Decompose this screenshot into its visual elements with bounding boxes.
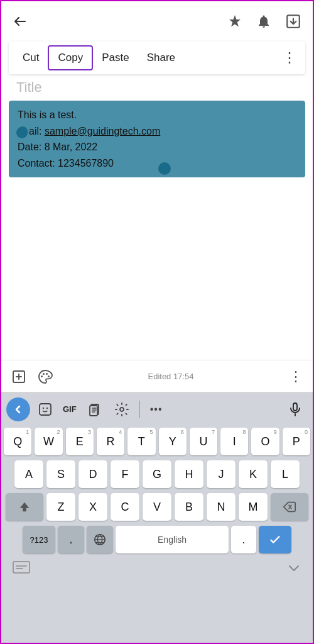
smiley-icon[interactable]	[33, 399, 58, 419]
palette-icon[interactable]	[38, 369, 53, 384]
key-e[interactable]: E3	[66, 428, 94, 455]
top-bar	[1, 1, 313, 42]
key-r[interactable]: R4	[97, 428, 124, 455]
note-line3: Date: 8 Mar, 2022	[18, 139, 296, 155]
note-title-area: Title	[1, 77, 313, 96]
key-w[interactable]: W2	[35, 428, 62, 455]
share-menu-item[interactable]: Share	[138, 47, 184, 69]
key-u[interactable]: U7	[190, 428, 217, 455]
enter-key[interactable]	[259, 526, 291, 553]
back-button[interactable]	[13, 14, 28, 29]
key-b[interactable]: B	[175, 493, 203, 521]
svg-point-4	[46, 373, 48, 375]
more-dots-icon[interactable]: •••	[145, 401, 168, 418]
key-n[interactable]: N	[207, 493, 236, 521]
key-z[interactable]: Z	[46, 493, 75, 521]
backspace-key[interactable]	[271, 493, 308, 521]
key-p[interactable]: P0	[283, 428, 310, 455]
key-m[interactable]: M	[239, 493, 268, 521]
key-j[interactable]: J	[207, 460, 236, 488]
editing-bar: Edited 17:54 ⋮	[1, 360, 313, 392]
keyboard-toolbar: GIF •••	[1, 392, 313, 425]
cut-menu-item[interactable]: Cut	[14, 47, 48, 69]
keyboard-row-bottom: ?123 , English .	[3, 526, 311, 553]
shift-key[interactable]	[6, 493, 43, 521]
svg-rect-10	[90, 406, 97, 416]
note-line4: Contact: 1234567890	[18, 155, 296, 172]
key-y[interactable]: Y6	[159, 428, 187, 455]
selection-handle-right	[158, 162, 171, 175]
svg-point-2	[41, 375, 43, 377]
globe-key[interactable]	[87, 526, 113, 553]
context-menu: Cut Copy Paste Share ⋮	[9, 42, 305, 74]
key-s[interactable]: S	[46, 460, 75, 488]
editing-bar-more[interactable]: ⋮	[289, 369, 303, 385]
paste-menu-item[interactable]: Paste	[93, 47, 138, 69]
emoji-key[interactable]: ,	[58, 526, 84, 553]
svg-point-7	[43, 407, 44, 408]
key-k[interactable]: K	[239, 460, 268, 488]
note-line1: This is a test.	[18, 107, 296, 123]
toolbar-separator	[139, 401, 140, 418]
download-icon[interactable]	[285, 13, 301, 30]
selection-handle-left	[16, 127, 28, 138]
clipboard-icon[interactable]	[82, 399, 107, 419]
key-h[interactable]: H	[175, 460, 203, 488]
edited-timestamp: Edited 17:54	[53, 372, 289, 381]
key-d[interactable]: D	[78, 460, 107, 488]
keyboard-collapse-icon[interactable]	[286, 561, 301, 576]
key-o[interactable]: O9	[251, 428, 279, 455]
keyboard-left-arrow[interactable]	[6, 397, 30, 421]
key-t[interactable]: T5	[127, 428, 155, 455]
key-l[interactable]: L	[271, 460, 300, 488]
svg-point-3	[43, 373, 45, 375]
pin-icon[interactable]	[227, 14, 242, 29]
key-g[interactable]: G	[143, 460, 171, 488]
more-menu-icon[interactable]: ⋮	[279, 47, 300, 69]
note-title: Title	[16, 79, 42, 95]
selected-text-block[interactable]: This is a test. ail: sample@guidingtech.…	[9, 101, 305, 177]
svg-rect-6	[40, 404, 51, 415]
settings-icon[interactable]	[109, 399, 134, 419]
key-a[interactable]: A	[14, 460, 43, 488]
svg-rect-14	[13, 562, 30, 573]
keyboard-expand-icon[interactable]	[13, 561, 30, 576]
bell-icon[interactable]	[256, 14, 271, 29]
key-c[interactable]: C	[111, 493, 139, 521]
svg-point-11	[120, 408, 124, 411]
keyboard: Q1 W2 E3 R4 T5 Y6 U7 I8 O9 P0 A S D F G …	[1, 425, 313, 643]
svg-point-8	[46, 407, 48, 408]
copy-menu-item[interactable]: Copy	[48, 45, 93, 70]
key-f[interactable]: F	[111, 460, 139, 488]
key-v[interactable]: V	[143, 493, 171, 521]
space-key[interactable]: English	[116, 526, 229, 553]
keyboard-row-1: Q1 W2 E3 R4 T5 Y6 U7 I8 O9 P0	[3, 428, 311, 455]
note-line2: ail: sample@guidingtech.com	[18, 123, 296, 140]
period-key[interactable]: .	[231, 526, 256, 553]
add-icon[interactable]	[11, 369, 26, 384]
keyboard-row-2: A S D F G H J K L	[3, 460, 311, 488]
svg-rect-12	[293, 403, 297, 411]
gif-button[interactable]: GIF	[60, 403, 79, 415]
key-x[interactable]: X	[78, 493, 107, 521]
note-content[interactable]: This is a test. ail: sample@guidingtech.…	[9, 101, 305, 177]
email-link[interactable]: sample@guidingtech.com	[45, 126, 160, 136]
keyboard-row-3: Z X C V B N M	[3, 493, 311, 521]
key-q[interactable]: Q1	[4, 428, 31, 455]
key-i[interactable]: I8	[220, 428, 248, 455]
mic-icon[interactable]	[283, 399, 308, 419]
sym-key[interactable]: ?123	[23, 526, 55, 553]
svg-point-5	[48, 375, 50, 377]
